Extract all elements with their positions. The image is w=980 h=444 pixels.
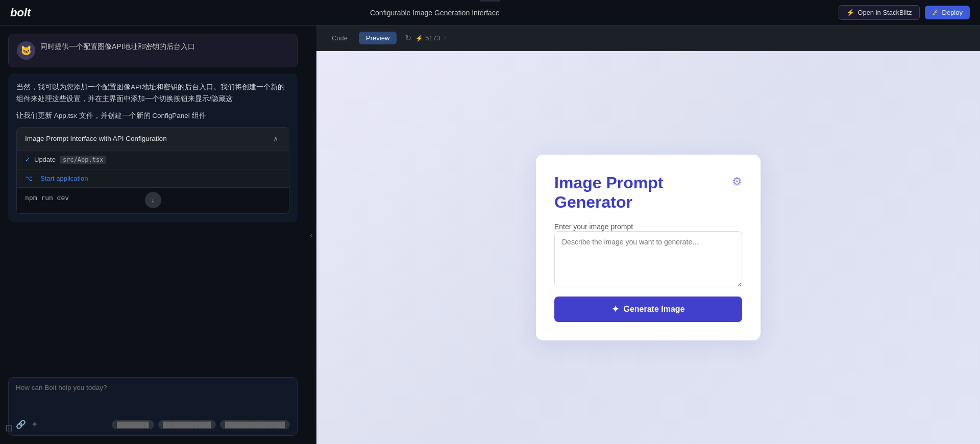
checkmark-icon: ✓ — [25, 156, 30, 163]
user-message-bubble: 🐱 同时提供一个配置图像API地址和密钥的后台入口 — [8, 34, 298, 67]
chat-input-footer: 🔗 ✦ ████████ ████████████ ██████████████… — [16, 420, 290, 429]
enhance-icon[interactable]: ✦ — [31, 420, 38, 429]
hint-pill-1: ████████ — [112, 420, 154, 429]
refresh-icon[interactable]: ↻ — [405, 33, 411, 43]
bolt-logo: bolt — [10, 6, 31, 19]
ai-paragraph-2: 让我们更新 App.tsx 文件，并创建一个新的 ConfigPanel 组件 — [16, 110, 289, 122]
scroll-down-button[interactable]: ↓ — [145, 192, 161, 208]
tab-code[interactable]: Code — [325, 32, 355, 44]
top-nav: bolt Configurable Image Generation Inter… — [0, 0, 980, 26]
card-header: Image Prompt Generator ⚙ — [554, 173, 742, 212]
generate-btn-label: Generate Image — [623, 305, 684, 314]
task-file-badge: src/App.tsx — [60, 156, 106, 164]
attach-icon[interactable]: 🔗 — [16, 420, 26, 429]
prompt-card: Image Prompt Generator ⚙ Enter your imag… — [536, 155, 761, 341]
ai-response: 当然，我可以为您添加一个配置图像API地址和密钥的后台入口。我们将创建一个新的组… — [8, 73, 298, 222]
preview-content: Image Prompt Generator ⚙ Enter your imag… — [316, 51, 980, 444]
task-start-item: ⌥_ Start application — [17, 169, 289, 188]
generate-image-button[interactable]: ✦ Generate Image — [554, 297, 742, 322]
terminal-box: npm run dev ↓ — [17, 188, 289, 213]
tab-preview[interactable]: Preview — [359, 32, 397, 44]
ai-paragraph-1: 当然，我可以为您添加一个配置图像API地址和密钥的后台入口。我们将创建一个新的组… — [16, 82, 289, 105]
hint-pill-2: ████████████ — [158, 420, 216, 429]
prompt-label: Enter your image prompt — [554, 223, 633, 231]
sidebar-toggle-button[interactable]: ⊡ — [5, 423, 13, 434]
code-task-panel: Image Prompt Interface with API Configur… — [16, 127, 289, 214]
port-counter: ⚡ 5173 / — [415, 34, 448, 42]
app-title: Configurable Image Generation Interface — [370, 9, 500, 17]
separator: / — [444, 34, 446, 42]
main-content: 🐱 同时提供一个配置图像API地址和密钥的后台入口 当然，我可以为您添加一个配置… — [0, 26, 980, 444]
task-update-item: ✓ Update src/App.tsx — [17, 151, 289, 169]
open-stackblitz-button[interactable]: Open in StackBlitz — [839, 5, 919, 20]
chevron-up-icon[interactable]: ∧ — [271, 134, 281, 144]
prompt-textarea[interactable] — [554, 231, 742, 287]
card-title: Image Prompt Generator — [554, 173, 732, 212]
chat-input-area: 🔗 ✦ ████████ ████████████ ██████████████… — [8, 377, 298, 436]
right-panel: Code Preview ↻ ⚡ 5173 / Image Prompt Gen… — [316, 26, 980, 444]
task-update-label: Update — [34, 156, 56, 163]
sparkle-icon: ✦ — [611, 304, 619, 315]
preview-toolbar: Code Preview ↻ ⚡ 5173 / — [316, 26, 980, 51]
deploy-button[interactable]: Deploy — [925, 6, 970, 19]
left-panel: 🐱 同时提供一个配置图像API地址和密钥的后台入口 当然，我可以为您添加一个配置… — [0, 26, 306, 444]
lightning-icon: ⚡ — [415, 35, 423, 42]
counter-value: 5173 — [425, 34, 440, 42]
code-task-header: Image Prompt Interface with API Configur… — [17, 128, 289, 151]
task-start-label: Start application — [40, 175, 88, 182]
code-task-title: Image Prompt Interface with API Configur… — [25, 135, 167, 142]
chat-hint-pills: ████████ ████████████ ███████████████ — [112, 420, 290, 429]
terminal-prompt-icon: ⌥_ — [25, 175, 36, 182]
chat-input[interactable] — [16, 384, 290, 414]
avatar: 🐱 — [17, 41, 35, 60]
terminal-command: npm run dev — [25, 194, 69, 202]
nav-actions: Open in StackBlitz Deploy — [839, 5, 970, 20]
gear-icon[interactable]: ⚙ — [732, 175, 742, 188]
chat-icon-row: 🔗 ✦ — [16, 420, 38, 429]
user-message-text: 同时提供一个配置图像API地址和密钥的后台入口 — [40, 41, 195, 52]
hint-pill-3: ███████████████ — [220, 420, 290, 429]
collapse-handle[interactable]: ‹ — [306, 26, 316, 444]
